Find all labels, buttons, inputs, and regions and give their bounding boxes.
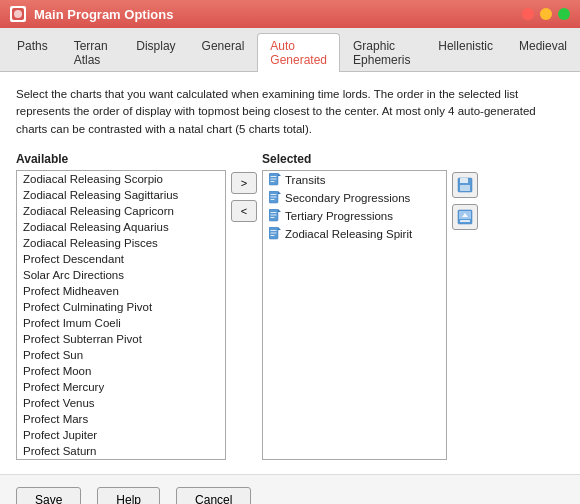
available-list-item[interactable]: Profect Uranus: [17, 459, 225, 460]
content-area: Select the charts that you want calculat…: [0, 72, 580, 474]
svg-rect-20: [271, 232, 277, 233]
available-list-item[interactable]: Profect Culminating Pivot: [17, 299, 225, 315]
available-list-item[interactable]: Profect Subterran Pivot: [17, 331, 225, 347]
file-icon: [269, 191, 281, 205]
available-list-item[interactable]: Profect Mercury: [17, 379, 225, 395]
help-button[interactable]: Help: [97, 487, 160, 504]
available-container: Available Zodiacal Releasing ScorpioZodi…: [16, 152, 226, 460]
load-icon: [457, 209, 473, 225]
file-icon: [269, 209, 281, 223]
add-button[interactable]: >: [231, 172, 257, 194]
save-icon-button[interactable]: [452, 172, 478, 198]
maximize-button[interactable]: [558, 8, 570, 20]
tab-hellenistic[interactable]: Hellenistic: [425, 33, 506, 72]
available-list-item[interactable]: Profect Descendant: [17, 251, 225, 267]
action-buttons: [447, 152, 483, 230]
svg-rect-15: [271, 214, 277, 215]
available-list-item[interactable]: Profect Jupiter: [17, 427, 225, 443]
available-list-item[interactable]: Profect Venus: [17, 395, 225, 411]
available-list-item[interactable]: Profect Mars: [17, 411, 225, 427]
tab-medieval[interactable]: Medieval: [506, 33, 580, 72]
svg-marker-13: [278, 209, 281, 212]
selected-list-item[interactable]: Secondary Progressions: [263, 189, 446, 207]
tab-display[interactable]: Display: [123, 33, 188, 72]
window-controls: [522, 8, 570, 20]
svg-rect-19: [271, 230, 277, 231]
svg-marker-8: [278, 191, 281, 194]
available-list-item[interactable]: Zodiacal Releasing Sagittarius: [17, 187, 225, 203]
tab-auto-generated[interactable]: Auto Generated: [257, 33, 340, 72]
svg-rect-9: [271, 194, 277, 195]
available-list[interactable]: Zodiacal Releasing ScorpioZodiacal Relea…: [16, 170, 226, 460]
available-list-item[interactable]: Zodiacal Releasing Scorpio: [17, 171, 225, 187]
footer: Save Help Cancel: [0, 474, 580, 504]
minimize-button[interactable]: [540, 8, 552, 20]
tab-bar: Paths Terran Atlas Display General Auto …: [0, 28, 580, 72]
svg-rect-11: [271, 199, 275, 200]
window-title: Main Program Options: [34, 7, 514, 22]
close-button[interactable]: [522, 8, 534, 20]
svg-point-1: [14, 10, 22, 18]
tab-general[interactable]: General: [189, 33, 258, 72]
svg-rect-10: [271, 196, 277, 197]
svg-rect-21: [271, 235, 275, 236]
transfer-buttons: > <: [226, 152, 262, 222]
save-button[interactable]: Save: [16, 487, 81, 504]
svg-rect-16: [271, 217, 275, 218]
svg-rect-14: [271, 212, 277, 213]
lists-area: Available Zodiacal Releasing ScorpioZodi…: [16, 152, 564, 460]
file-icon: [269, 173, 281, 187]
svg-rect-23: [460, 178, 468, 183]
svg-rect-24: [460, 185, 470, 191]
available-list-item[interactable]: Profect Imum Coeli: [17, 315, 225, 331]
description-text: Select the charts that you want calculat…: [16, 86, 564, 138]
selected-list-item[interactable]: Tertiary Progressions: [263, 207, 446, 225]
available-list-item[interactable]: Profect Saturn: [17, 443, 225, 459]
svg-rect-4: [271, 176, 277, 177]
tab-paths[interactable]: Paths: [4, 33, 61, 72]
svg-rect-27: [460, 220, 470, 222]
app-icon: [10, 6, 26, 22]
available-list-item[interactable]: Zodiacal Releasing Pisces: [17, 235, 225, 251]
svg-marker-18: [278, 227, 281, 230]
svg-rect-5: [271, 178, 277, 179]
selected-label: Selected: [262, 152, 447, 166]
available-list-item[interactable]: Zodiacal Releasing Capricorn: [17, 203, 225, 219]
tab-graphic-ephemeris[interactable]: Graphic Ephemeris: [340, 33, 425, 72]
selected-container: Selected TransitsSecondary ProgressionsT…: [262, 152, 447, 460]
svg-rect-6: [271, 181, 275, 182]
available-list-item[interactable]: Solar Arc Directions: [17, 267, 225, 283]
available-label: Available: [16, 152, 226, 166]
load-icon-button[interactable]: [452, 204, 478, 230]
selected-list[interactable]: TransitsSecondary ProgressionsTertiary P…: [262, 170, 447, 460]
selected-list-item[interactable]: Zodiacal Releasing Spirit: [263, 225, 446, 243]
svg-marker-3: [278, 173, 281, 176]
available-list-item[interactable]: Profect Sun: [17, 347, 225, 363]
cancel-button[interactable]: Cancel: [176, 487, 251, 504]
save-icon: [457, 177, 473, 193]
available-list-item[interactable]: Profect Moon: [17, 363, 225, 379]
selected-list-item[interactable]: Transits: [263, 171, 446, 189]
title-bar: Main Program Options: [0, 0, 580, 28]
available-list-item[interactable]: Zodiacal Releasing Aquarius: [17, 219, 225, 235]
available-list-item[interactable]: Profect Midheaven: [17, 283, 225, 299]
remove-button[interactable]: <: [231, 200, 257, 222]
tab-terran-atlas[interactable]: Terran Atlas: [61, 33, 124, 72]
file-icon: [269, 227, 281, 241]
